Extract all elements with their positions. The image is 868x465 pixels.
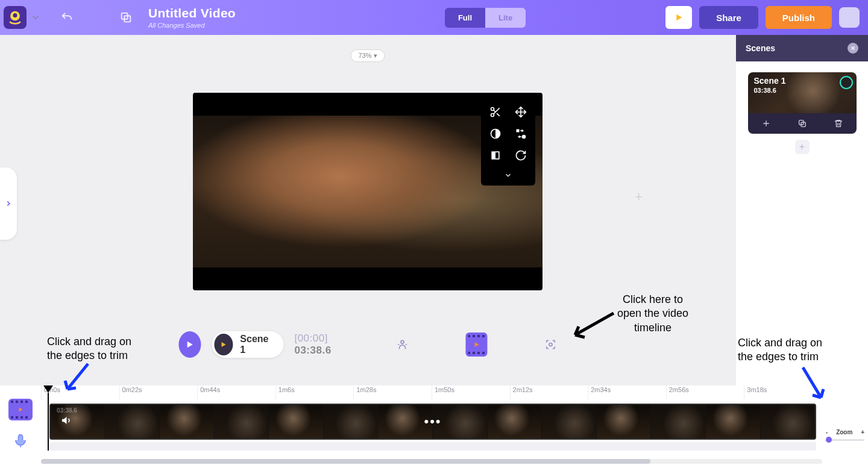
ruler-tick: 0m22s (119, 385, 198, 400)
timeline-track-buttons (0, 385, 41, 465)
svg-point-4 (491, 108, 494, 111)
ruler-tick: 1m50s (432, 385, 510, 400)
delete-scene-icon[interactable] (834, 119, 843, 128)
svg-rect-7 (517, 130, 520, 133)
add-element-button[interactable]: + (635, 189, 643, 205)
zoom-slider-track[interactable] (826, 439, 864, 441)
zoom-slider-thumb[interactable] (826, 437, 832, 443)
svg-point-11 (401, 340, 404, 343)
character-icon[interactable] (396, 337, 408, 352)
clip-toolbox (481, 100, 535, 186)
ruler-tick: 0m44s (197, 385, 275, 400)
video-track-button[interactable] (8, 399, 33, 420)
ruler-tick: 1m28s (353, 385, 432, 400)
duplicate-scene-icon[interactable] (797, 119, 807, 128)
app-header: Untitled Video All Changes Saved Full Li… (0, 0, 868, 35)
current-scene-label: Scene 1 (240, 334, 271, 355)
publish-button[interactable]: Publish (766, 6, 832, 29)
timeline-playhead[interactable] (43, 385, 53, 393)
timeline-panel: 0m0s 0m22s 0m44s 1m6s 1m28s 1m50s 2m12s … (0, 385, 868, 465)
save-status: All Changes Saved (148, 22, 236, 29)
mode-lite-button[interactable]: Lite (485, 8, 526, 28)
scene-card-duration: 03:38.6 (754, 87, 776, 94)
add-scene-icon[interactable] (761, 119, 771, 128)
zoom-in-button[interactable]: + (861, 429, 864, 435)
mode-full-button[interactable]: Full (445, 8, 485, 28)
zoom-label: Zoom (836, 429, 852, 435)
user-avatar[interactable] (839, 7, 860, 28)
toolbox-expand-icon[interactable] (504, 171, 512, 179)
annotation-trim-right: Click and drag on the edges to trim (738, 336, 822, 364)
play-scene-button[interactable] (214, 334, 233, 355)
svg-point-1 (13, 13, 17, 17)
mask-icon[interactable] (489, 149, 502, 161)
scissors-icon[interactable] (489, 106, 502, 118)
share-button[interactable]: Share (699, 6, 758, 29)
copy-button[interactable] (113, 6, 139, 29)
close-panel-button[interactable] (848, 43, 858, 54)
open-timeline-button[interactable] (465, 332, 488, 357)
time-current: [00:00] (294, 332, 328, 344)
svg-point-8 (522, 135, 526, 139)
swap-icon[interactable] (515, 128, 527, 140)
svg-point-12 (549, 343, 552, 346)
editor-mode-toggle: Full Lite (445, 8, 526, 28)
clip-volume-icon[interactable] (60, 415, 71, 428)
scene-thumbnail: Scene 1 03:38.6 (748, 72, 857, 113)
time-total: 03:38.6 (294, 345, 331, 356)
annotation-trim-left: Click and drag on the edges to trim (47, 335, 131, 363)
annotation-open-timeline: Click here to open the video timeline (617, 293, 688, 335)
current-scene-pill[interactable]: Scene 1 (212, 331, 283, 358)
video-stage[interactable] (193, 93, 542, 290)
rotate-icon[interactable] (515, 149, 527, 161)
move-icon[interactable] (515, 106, 527, 118)
timeline-zoom-control: - Zoom + (826, 429, 864, 441)
play-all-button[interactable] (178, 331, 201, 358)
project-title[interactable]: Untitled Video (148, 6, 236, 20)
clip-menu-icon[interactable]: ••• (424, 414, 441, 429)
ruler-tick: 2m34s (588, 385, 666, 400)
title-block: Untitled Video All Changes Saved (148, 6, 236, 29)
contrast-icon[interactable] (489, 128, 502, 140)
svg-point-5 (491, 114, 494, 117)
timeline-empty-track[interactable] (49, 442, 816, 451)
clip-duration-label: 03:38.6 (57, 407, 77, 414)
scene-card-label: Scene 1 (754, 76, 786, 86)
arrow-open-timeline-icon (568, 308, 616, 345)
voiceover-track-button[interactable] (8, 430, 33, 452)
focus-icon[interactable] (544, 337, 556, 352)
svg-rect-10 (492, 152, 495, 159)
timeline-ruler[interactable]: 0m0s 0m22s 0m44s 1m6s 1m28s 1m50s 2m12s … (41, 385, 822, 400)
undo-button[interactable] (54, 6, 80, 29)
scenes-panel-title: Scenes (746, 43, 775, 53)
scene-card-actions (748, 113, 857, 134)
timeline-video-clip[interactable]: 03:38.6 ••• (49, 404, 816, 440)
logo-dropdown-icon[interactable] (30, 12, 41, 23)
scenes-panel: Scenes Scene 1 03:38.6 + (735, 35, 868, 385)
app-logo[interactable] (4, 6, 27, 29)
timeline-scrollbar[interactable] (41, 459, 822, 464)
expand-side-panel-tab[interactable] (0, 167, 17, 240)
scenes-panel-header: Scenes (736, 35, 868, 61)
ruler-tick: 2m12s (510, 385, 588, 400)
playback-row: Scene 1 [00:00] 03:38.6 (178, 331, 556, 358)
ruler-tick: 1m6s (275, 385, 354, 400)
scene-card-avatar (840, 76, 853, 89)
preview-play-button[interactable] (665, 6, 692, 29)
timecode-display: [00:00] 03:38.6 (294, 332, 361, 357)
zoom-level-pill[interactable]: 73% ▾ (350, 49, 385, 62)
scene-card[interactable]: Scene 1 03:38.6 (748, 72, 857, 134)
add-scene-button[interactable]: + (795, 140, 810, 154)
ruler-tick: 2m56s (666, 385, 744, 400)
zoom-out-button[interactable]: - (826, 429, 828, 435)
arrow-trim-left-icon (59, 360, 95, 396)
arrow-trim-right-icon (796, 364, 832, 406)
